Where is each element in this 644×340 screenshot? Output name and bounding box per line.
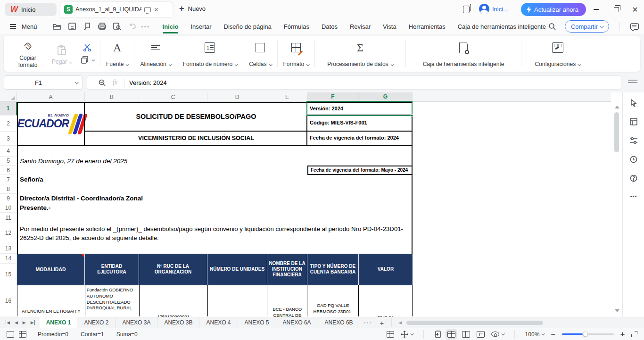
cell-title[interactable]: SOLICITUD DE DESEMBOLSO/PAGO bbox=[85, 102, 307, 131]
select-all-corner[interactable] bbox=[0, 92, 17, 102]
column-header-b[interactable]: B bbox=[85, 92, 139, 102]
home-tab[interactable]: W Inicio bbox=[5, 3, 57, 16]
cell-presente[interactable]: Presente.- bbox=[20, 204, 50, 211]
select-cursor-icon[interactable] bbox=[628, 97, 639, 108]
cell-modalidad-16[interactable]: ATENCIÓN EN EL HOGAR Y bbox=[17, 285, 85, 316]
data-processing-menu[interactable]: Σ Procesamiento de datos bbox=[316, 39, 404, 69]
table-header-valor[interactable]: VALOR bbox=[359, 254, 413, 285]
move-tool-icon[interactable] bbox=[401, 331, 413, 338]
open-folder-icon[interactable] bbox=[51, 21, 63, 32]
row-header-10[interactable]: 10 bbox=[0, 203, 17, 213]
fill-handle[interactable] bbox=[411, 114, 413, 117]
document-tab[interactable]: S Anexos_1_al_9_LIQUIDACIONE ✕ bbox=[60, 2, 173, 17]
menu-inicio[interactable]: Inicio bbox=[163, 23, 179, 30]
column-header-c[interactable]: C bbox=[139, 92, 207, 102]
horizontal-scroll-thumb[interactable] bbox=[406, 321, 543, 325]
column-header-f[interactable]: F bbox=[307, 92, 359, 102]
cells-menu[interactable]: Celdas bbox=[244, 39, 276, 69]
table-stats-icon[interactable] bbox=[19, 331, 26, 338]
cell-paragraph[interactable]: Por medio del presente solicito el _(pri… bbox=[20, 224, 410, 242]
window-manage-icon[interactable] bbox=[463, 6, 470, 13]
font-menu[interactable]: A Fuente bbox=[101, 39, 133, 69]
paste-button[interactable]: Pegar bbox=[47, 41, 76, 66]
account-button[interactable]: Inici... bbox=[479, 4, 508, 14]
share-button[interactable]: Compartir bbox=[565, 20, 609, 33]
print-preview-icon[interactable] bbox=[111, 21, 124, 32]
menu-diseno[interactable]: Diseño de página bbox=[224, 23, 272, 30]
main-menu-button[interactable] bbox=[7, 21, 19, 32]
more-tools-icon[interactable]: ••• bbox=[628, 191, 639, 202]
format-menu[interactable]: Formato bbox=[279, 39, 314, 69]
zoom-out-icon[interactable]: − bbox=[551, 331, 555, 338]
menu-caja-herramientas[interactable]: Caja de herramientas inteligente bbox=[458, 23, 546, 30]
vertical-scroll-thumb[interactable] bbox=[614, 112, 619, 152]
sheet-tab-anexo1[interactable]: ANEXO 1 bbox=[40, 317, 78, 328]
cell-fecha-vigencia[interactable]: Fecha de vigencia del formato: 2024 bbox=[307, 131, 402, 146]
sheet-tab-anexo2[interactable]: ANEXO 2 bbox=[77, 317, 116, 328]
more-quick-icons[interactable]: ··· bbox=[141, 23, 150, 30]
cell-institucion-16[interactable]: BCE - BANCO CENTRAL DE bbox=[267, 307, 307, 317]
menu-insertar[interactable]: Insertar bbox=[190, 23, 211, 30]
copy-icon[interactable] bbox=[81, 56, 94, 64]
table-header-institucion[interactable]: NOMBRE DE LA INSTITUCION FINANCIERA bbox=[267, 254, 307, 285]
vertical-scrollbar[interactable] bbox=[614, 103, 620, 315]
cell-subtitle[interactable]: VICEMINISTERIO DE INCLUSIÓN SOCIAL bbox=[85, 131, 307, 146]
help-icon[interactable] bbox=[628, 173, 639, 184]
settings-menu[interactable]: Configuraciones bbox=[522, 39, 593, 69]
cell-city-date[interactable]: Santo Domingo, 27 de enero del 2025 bbox=[20, 158, 127, 165]
update-now-button[interactable]: Actualizar ahora bbox=[521, 3, 586, 16]
zoom-level[interactable]: 100% bbox=[525, 331, 545, 338]
search-icon[interactable] bbox=[546, 21, 558, 32]
table-header-modalidad[interactable]: MODALIDAD bbox=[17, 254, 85, 285]
row-header-1[interactable]: 1 bbox=[0, 102, 17, 116]
add-sheet-icon[interactable]: + bbox=[376, 319, 388, 327]
sheet-tab-anexo6a[interactable]: ANEXO 6A bbox=[276, 317, 318, 328]
scroll-down-icon[interactable] bbox=[615, 309, 619, 312]
row-header-3[interactable]: 3 bbox=[0, 132, 17, 146]
fx-icon[interactable]: fx bbox=[113, 79, 117, 86]
adjust-sliders-icon[interactable] bbox=[628, 135, 639, 146]
save-icon[interactable] bbox=[66, 21, 78, 32]
next-sheet-icon[interactable]: ▶ bbox=[23, 320, 26, 325]
column-header-g[interactable]: G bbox=[359, 92, 413, 102]
number-format-menu[interactable]: 1 Formato de número bbox=[178, 39, 242, 69]
cell-entidad-16[interactable]: Fundación GOBIERNO AUTÓNOMO DESCENTRALIZ… bbox=[85, 285, 140, 316]
horizontal-scrollbar[interactable] bbox=[405, 317, 644, 328]
format-painter-button[interactable]: Copiar formato bbox=[8, 38, 47, 70]
print-icon[interactable] bbox=[96, 21, 108, 32]
spreadsheet-grid[interactable]: A B C D E F G 1 2 3 4 5 6 7 8 9 10 11 12… bbox=[0, 92, 622, 317]
column-header-e[interactable]: E bbox=[267, 92, 307, 102]
row-header-11[interactable]: 11 bbox=[0, 213, 17, 223]
column-header-a[interactable]: A bbox=[17, 92, 85, 102]
undo-icon[interactable] bbox=[126, 21, 139, 32]
menu-revisar[interactable]: Revisar bbox=[350, 23, 371, 30]
row-header-6[interactable]: 6 bbox=[0, 166, 17, 175]
first-sheet-icon[interactable]: ◀ bbox=[6, 320, 10, 325]
zoom-in-icon[interactable]: + bbox=[620, 331, 625, 338]
cut-icon[interactable] bbox=[83, 44, 92, 53]
cell-cuenta-16[interactable]: GAD PQ VALLE HERMOSO-23D01- bbox=[307, 285, 359, 316]
smart-toolbox-button[interactable]: Caja de herramientas inteligente bbox=[407, 39, 520, 69]
zoom-formula-icon[interactable] bbox=[96, 77, 108, 88]
split-view-icon[interactable] bbox=[462, 331, 470, 338]
scroll-up-icon[interactable] bbox=[615, 106, 619, 108]
formula-bar-toggle-icon[interactable] bbox=[628, 78, 637, 87]
cell-codigo[interactable]: Código: MIES-VIS-F001 bbox=[307, 116, 413, 131]
page-layout-view-icon[interactable] bbox=[477, 331, 485, 338]
fields-panel-icon[interactable] bbox=[628, 116, 639, 127]
table-settings-icon[interactable] bbox=[387, 331, 394, 338]
sheet-tab-anexo6b[interactable]: ANEXO 6B bbox=[318, 317, 360, 328]
cell-fecha-vigencia-mayo[interactable]: Fecha de vigencia del formato: Mayo - 20… bbox=[307, 166, 413, 175]
row-header-4[interactable]: 4 bbox=[0, 146, 17, 157]
hscroll-left-icon[interactable]: ◀ bbox=[396, 320, 405, 325]
last-sheet-icon[interactable]: ▶ bbox=[31, 320, 35, 325]
table-header-ruc[interactable]: Nº RUC DE LA ORGANIZACION bbox=[139, 254, 207, 285]
sheet-tab-anexo4[interactable]: ANEXO 4 bbox=[199, 317, 238, 328]
alignment-menu[interactable]: Alineación bbox=[135, 39, 175, 69]
row-header-9[interactable]: 9 bbox=[0, 194, 17, 203]
reading-view-icon[interactable] bbox=[491, 332, 504, 337]
fullscreen-icon[interactable] bbox=[631, 331, 637, 337]
name-box[interactable]: F1 bbox=[4, 75, 83, 90]
present-monitor-icon[interactable] bbox=[144, 7, 151, 12]
menu-formulas[interactable]: Fórmulas bbox=[284, 23, 309, 30]
